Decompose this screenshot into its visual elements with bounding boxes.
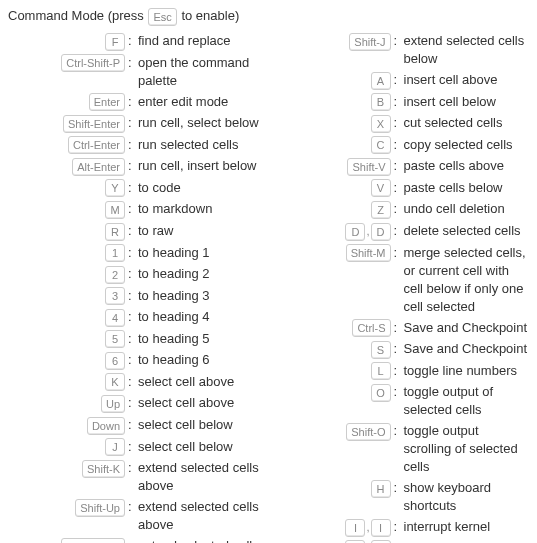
shortcut-desc: cut selected cells [404,114,530,132]
shortcut-row: Shift-Enter:run cell, select below [8,114,264,133]
colon-separator: : [392,518,404,536]
key-icon: M [105,201,125,219]
shortcut-row: 3:to heading 3 [8,287,264,306]
key-icon: F [105,33,125,51]
shortcut-desc: paste cells below [404,179,530,197]
shortcut-columns: F:find and replaceCtrl-Shift-P:open the … [8,32,529,543]
key-icon: 3 [105,287,125,305]
key-icon: 2 [105,266,125,284]
shortcut-keys: 2 [8,265,126,284]
shortcut-desc: toggle output of selected cells [404,383,530,419]
shortcut-keys: 3 [8,287,126,306]
key-icon: Enter [89,93,125,111]
shortcut-desc: to heading 4 [138,308,264,326]
colon-separator: : [126,394,138,412]
shortcut-desc: toggle output scrolling of selected cell… [404,422,530,476]
shortcut-desc: run selected cells [138,136,264,154]
colon-separator: : [392,136,404,154]
shortcut-keys: Shift-M [274,244,392,263]
shortcut-row: Shift-J:extend selected cells below [274,32,530,68]
colon-separator: : [126,222,138,240]
shortcut-keys: L [274,362,392,381]
key-icon: Z [371,201,391,219]
shortcut-desc: interrupt kernel [404,518,530,536]
colon-separator: : [392,362,404,380]
shortcut-keys: Down [8,416,126,435]
shortcut-row: Down:select cell below [8,416,264,435]
shortcut-desc: Save and Checkpoint [404,319,530,337]
shortcut-desc: delete selected cells [404,222,530,240]
shortcut-keys: K [8,373,126,392]
key-icon: I [345,519,365,537]
shortcut-keys: D,D [274,222,392,241]
shortcut-keys: A [274,71,392,90]
colon-separator: : [392,157,404,175]
key-icon: J [105,438,125,456]
key-icon: D [371,223,391,241]
colon-separator: : [126,351,138,369]
shortcut-keys: Shift-O [274,422,392,441]
shortcut-row: Shift-M:merge selected cells, or current… [274,244,530,316]
shortcut-row: 4:to heading 4 [8,308,264,327]
shortcut-keys: Ctrl-Shift-P [8,54,126,73]
shortcut-keys: 6 [8,351,126,370]
colon-separator: : [126,308,138,326]
colon-separator: : [126,136,138,154]
shortcut-keys: Shift-K [8,459,126,478]
key-icon: Shift-Enter [63,115,125,133]
shortcut-row: 6:to heading 6 [8,351,264,370]
shortcut-desc: undo cell deletion [404,200,530,218]
shortcut-desc: to markdown [138,200,264,218]
shortcut-keys: Shift-V [274,157,392,176]
colon-separator: : [392,93,404,111]
key-icon: D [345,223,365,241]
shortcut-row: 1:to heading 1 [8,244,264,263]
colon-separator: : [126,32,138,50]
shortcut-desc: to heading 1 [138,244,264,262]
shortcut-desc: find and replace [138,32,264,50]
colon-separator: : [126,93,138,111]
shortcut-desc: to raw [138,222,264,240]
key-icon: 4 [105,309,125,327]
shortcut-desc: to code [138,179,264,197]
colon-separator: : [392,422,404,440]
shortcut-desc: open the command palette [138,54,264,90]
shortcut-desc: enter edit mode [138,93,264,111]
key-icon: Ctrl-S [352,319,390,337]
colon-separator: : [126,373,138,391]
key-icon: Down [87,417,125,435]
shortcut-keys: R [8,222,126,241]
shortcut-keys: M [8,200,126,219]
shortcut-desc: Save and Checkpoint [404,340,530,358]
shortcut-row: Shift-Down:extend selected cells below [8,537,264,543]
key-separator: , [366,225,369,237]
shortcut-desc: copy selected cells [404,136,530,154]
shortcut-keys: Enter [8,93,126,112]
colon-separator: : [392,71,404,89]
key-icon: B [371,93,391,111]
shortcut-keys: Shift-Down [8,537,126,543]
shortcut-keys: Alt-Enter [8,157,126,176]
shortcut-desc: extend selected cells above [138,498,264,534]
shortcut-keys: 5 [8,330,126,349]
key-icon: R [105,223,125,241]
shortcut-row: Up:select cell above [8,394,264,413]
heading-suffix: to enable) [178,8,239,23]
key-icon: Shift-K [82,460,125,478]
shortcut-desc: show keyboard shortcuts [404,479,530,515]
key-icon: K [105,373,125,391]
shortcut-row: Ctrl-Shift-P:open the command palette [8,54,264,90]
shortcut-row: K:select cell above [8,373,264,392]
key-icon: 1 [105,244,125,262]
shortcut-row: Ctrl-Enter:run selected cells [8,136,264,155]
heading-key: Esc [148,8,176,26]
colon-separator: : [392,179,404,197]
shortcut-keys: I,I [274,518,392,537]
shortcut-keys: C [274,136,392,155]
colon-separator: : [392,340,404,358]
shortcut-row: R:to raw [8,222,264,241]
shortcut-row: C:copy selected cells [274,136,530,155]
shortcut-desc: to heading 3 [138,287,264,305]
shortcut-row: 2:to heading 2 [8,265,264,284]
shortcut-keys: S [274,340,392,359]
